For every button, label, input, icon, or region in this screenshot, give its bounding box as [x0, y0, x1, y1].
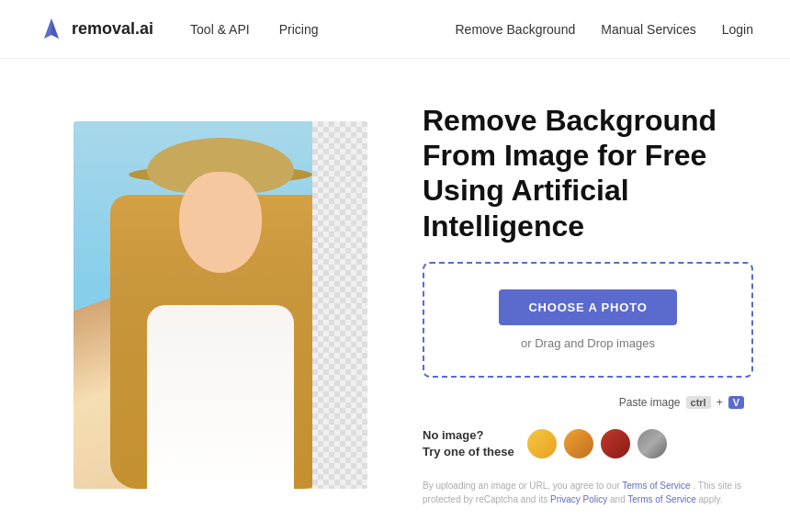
kbd-v: V: [728, 396, 744, 409]
terms-of-service-link-2[interactable]: Terms of Service: [627, 494, 695, 504]
sample-thumb-1[interactable]: [525, 427, 559, 460]
body: [147, 305, 294, 489]
no-image-text: No image? Try one of these: [423, 427, 514, 460]
transparent-area: [312, 121, 367, 489]
kbd-ctrl: ctrl: [686, 396, 711, 409]
logo[interactable]: removal.ai: [37, 15, 153, 44]
nav-remove-background[interactable]: Remove Background: [455, 22, 575, 37]
logo-text: removal.ai: [72, 19, 153, 39]
nav-manual-services[interactable]: Manual Services: [601, 22, 696, 37]
upload-zone[interactable]: CHOOSE A PHOTO or Drag and Drop images: [423, 262, 753, 378]
paste-label: Paste image: [619, 396, 681, 409]
nav-tool-api[interactable]: Tool & API: [190, 22, 250, 37]
plus-symbol: +: [717, 396, 723, 409]
nav-login[interactable]: Login: [722, 22, 753, 37]
nav-pricing[interactable]: Pricing: [279, 22, 319, 37]
sample-images-row: No image? Try one of these: [423, 427, 753, 460]
hero-image-panel: [73, 121, 367, 489]
main-content: Remove Background From Image for Free Us…: [0, 59, 790, 532]
sample-thumbs: [525, 427, 669, 460]
hero-title: Remove Background From Image for Free Us…: [423, 103, 753, 244]
right-panel: Remove Background From Image for Free Us…: [423, 103, 753, 507]
logo-icon: [37, 15, 66, 44]
navbar: removal.ai Tool & API Pricing Remove Bac…: [0, 0, 790, 59]
legal-text: By uploading an image or URL, you agree …: [423, 479, 753, 506]
sample-thumb-3[interactable]: [599, 427, 632, 460]
nav-links-right: Remove Background Manual Services Login: [455, 22, 753, 37]
terms-of-service-link[interactable]: Terms of Service: [622, 481, 690, 491]
choose-photo-button[interactable]: CHOOSE A PHOTO: [499, 289, 676, 325]
sample-thumb-4[interactable]: [636, 427, 669, 460]
face: [179, 172, 262, 273]
nav-links-left: Tool & API Pricing: [190, 22, 318, 37]
drag-drop-label: or Drag and Drop images: [521, 336, 655, 350]
paste-row: Paste image ctrl + V: [423, 396, 753, 409]
privacy-policy-link[interactable]: Privacy Policy: [550, 494, 607, 504]
sample-thumb-2[interactable]: [562, 427, 595, 460]
